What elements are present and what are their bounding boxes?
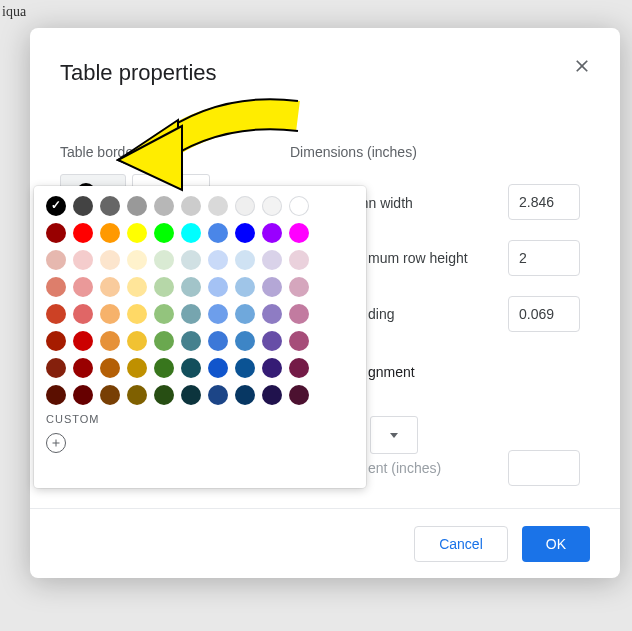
color-swatch[interactable] [73, 250, 93, 270]
color-swatch[interactable] [46, 277, 66, 297]
color-swatch[interactable] [289, 304, 309, 324]
color-swatch[interactable] [181, 304, 201, 324]
color-swatch[interactable] [46, 196, 66, 216]
color-swatch[interactable] [73, 304, 93, 324]
color-swatch[interactable] [73, 385, 93, 405]
color-swatch[interactable] [46, 385, 66, 405]
color-swatch[interactable] [235, 331, 255, 351]
chevron-down-icon [390, 433, 398, 438]
color-swatch[interactable] [208, 358, 228, 378]
color-swatch[interactable] [262, 358, 282, 378]
indent-input[interactable] [508, 450, 580, 486]
color-swatch[interactable] [208, 250, 228, 270]
close-button[interactable] [572, 56, 596, 80]
color-swatch[interactable] [262, 250, 282, 270]
color-swatch[interactable] [73, 331, 93, 351]
color-swatch[interactable] [127, 223, 147, 243]
background-document-text: iqua [2, 4, 26, 20]
color-swatch[interactable] [100, 331, 120, 351]
color-swatch[interactable] [100, 196, 120, 216]
color-swatch[interactable] [127, 196, 147, 216]
color-swatch[interactable] [46, 358, 66, 378]
color-swatch[interactable] [127, 250, 147, 270]
color-swatch[interactable] [181, 250, 201, 270]
color-swatch[interactable] [181, 196, 201, 216]
color-swatch[interactable] [154, 358, 174, 378]
color-swatch[interactable] [181, 331, 201, 351]
color-swatch[interactable] [127, 385, 147, 405]
indent-label: ent (inches) [368, 460, 441, 476]
color-swatch[interactable] [154, 277, 174, 297]
color-swatch[interactable] [262, 277, 282, 297]
color-swatch[interactable] [100, 358, 120, 378]
color-swatch[interactable] [289, 385, 309, 405]
color-swatch[interactable] [235, 196, 255, 216]
color-swatch[interactable] [235, 250, 255, 270]
color-swatch[interactable] [181, 385, 201, 405]
table-border-label: Table border [60, 144, 138, 160]
color-swatch[interactable] [73, 358, 93, 378]
ok-button[interactable]: OK [522, 526, 590, 562]
row-height-input[interactable] [508, 240, 580, 276]
color-swatch[interactable] [289, 250, 309, 270]
color-swatch-grid [46, 196, 354, 405]
color-swatch[interactable] [46, 250, 66, 270]
cell-padding-input[interactable] [508, 296, 580, 332]
cancel-button[interactable]: Cancel [414, 526, 508, 562]
color-picker-popup: CUSTOM [34, 186, 366, 488]
color-swatch[interactable] [127, 358, 147, 378]
color-swatch[interactable] [208, 331, 228, 351]
color-swatch[interactable] [235, 358, 255, 378]
color-swatch[interactable] [154, 304, 174, 324]
color-swatch[interactable] [100, 304, 120, 324]
color-swatch[interactable] [208, 196, 228, 216]
color-swatch[interactable] [235, 385, 255, 405]
color-swatch[interactable] [100, 250, 120, 270]
color-swatch[interactable] [127, 331, 147, 351]
color-swatch[interactable] [154, 331, 174, 351]
color-swatch[interactable] [262, 385, 282, 405]
color-swatch[interactable] [154, 223, 174, 243]
color-swatch[interactable] [154, 385, 174, 405]
color-swatch[interactable] [289, 331, 309, 351]
color-swatch[interactable] [289, 358, 309, 378]
color-swatch[interactable] [262, 196, 282, 216]
dialog-footer: Cancel OK [30, 508, 620, 578]
color-swatch[interactable] [73, 196, 93, 216]
color-swatch[interactable] [208, 277, 228, 297]
alignment-dropdown[interactable] [370, 416, 418, 454]
color-swatch[interactable] [100, 223, 120, 243]
color-swatch[interactable] [154, 250, 174, 270]
color-swatch[interactable] [73, 277, 93, 297]
color-swatch[interactable] [262, 331, 282, 351]
color-swatch[interactable] [127, 304, 147, 324]
color-swatch[interactable] [73, 223, 93, 243]
color-swatch[interactable] [262, 223, 282, 243]
color-swatch[interactable] [181, 358, 201, 378]
color-swatch[interactable] [235, 223, 255, 243]
color-swatch[interactable] [208, 304, 228, 324]
color-swatch[interactable] [46, 331, 66, 351]
color-swatch[interactable] [46, 223, 66, 243]
color-swatch[interactable] [235, 304, 255, 324]
color-swatch[interactable] [208, 223, 228, 243]
color-swatch[interactable] [208, 385, 228, 405]
color-swatch[interactable] [289, 196, 309, 216]
color-swatch[interactable] [262, 304, 282, 324]
color-swatch[interactable] [100, 385, 120, 405]
dialog-title: Table properties [60, 60, 590, 86]
color-swatch[interactable] [154, 196, 174, 216]
add-custom-color-button[interactable] [46, 433, 66, 453]
color-swatch[interactable] [46, 304, 66, 324]
color-swatch[interactable] [181, 277, 201, 297]
color-swatch[interactable] [289, 277, 309, 297]
min-row-height-label: mum row height [368, 250, 468, 266]
color-swatch[interactable] [181, 223, 201, 243]
color-swatch[interactable] [289, 223, 309, 243]
color-swatch[interactable] [235, 277, 255, 297]
color-swatch[interactable] [100, 277, 120, 297]
color-swatch[interactable] [127, 277, 147, 297]
close-icon [572, 56, 592, 76]
cell-padding-label: ding [368, 306, 394, 322]
column-width-input[interactable] [508, 184, 580, 220]
